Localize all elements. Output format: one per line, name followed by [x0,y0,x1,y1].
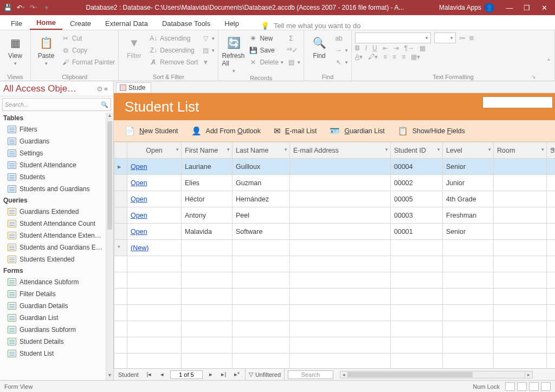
bold-icon[interactable]: B [355,44,360,52]
add-from-outlook-button[interactable]: 👤Add From Outlook [191,126,261,136]
select-all-header[interactable] [114,142,127,159]
open-link-cell[interactable]: Open [127,159,182,175]
table-row[interactable]: OpenAntonyPeel00003Freshman [114,207,556,224]
open-link-cell[interactable]: Open [127,175,182,191]
totals-button[interactable]: Σ [287,32,300,44]
nav-search[interactable]: Search... 🔍 [2,98,111,111]
account-area[interactable]: Malavida Apps 👤 [439,3,494,12]
chevron-down-icon[interactable]: ⊙ « [97,85,110,93]
nav-item[interactable]: Guardian List [0,312,113,324]
tab-external-data[interactable]: External Data [99,17,154,30]
nav-item[interactable]: Guardian Details [0,300,113,312]
column-header[interactable]: Student ID▾ [391,142,443,159]
column-header[interactable]: Open▾ [127,142,182,159]
email-list-button[interactable]: ✉E-mail List [274,126,317,136]
header-search-input[interactable] [482,96,553,108]
align-center-icon[interactable]: ≡ [392,53,396,61]
tab-database-tools[interactable]: Database Tools [156,17,217,30]
row-selector[interactable] [114,175,127,191]
new-record-nav-button[interactable]: ▸* [232,371,242,378]
nav-item[interactable]: Student List [0,348,113,360]
nav-item[interactable]: Attendance Subform [0,276,113,288]
filter-button[interactable]: ▼Filter [122,32,146,60]
font-name-combo[interactable]: ▾ [355,32,431,43]
column-dropdown-icon[interactable]: ▾ [227,147,230,152]
nav-item[interactable]: Students and Guardians E… [0,241,113,253]
nav-item[interactable]: Students and Guardians [0,183,113,195]
tab-file[interactable]: File [4,17,29,30]
column-dropdown-icon[interactable]: ▾ [488,147,491,152]
ascending-button[interactable]: A↓Ascending [149,32,198,44]
new-student-button[interactable]: 📄New Student [125,126,178,136]
row-selector[interactable]: ▸ [114,159,127,175]
column-header[interactable]: Level▾ [443,142,494,159]
advanced-filter-button[interactable]: ▤▾ [201,44,215,56]
font-size-combo[interactable]: ▾ [434,32,456,43]
tell-me-search[interactable]: 💡 Tell me what you want to do [261,22,551,30]
nav-item[interactable]: Student Attendance Exten… [0,230,113,241]
undo-icon[interactable]: ↶▾ [16,3,25,12]
bullets-icon[interactable]: ≔ [459,34,466,42]
scroll-up-icon[interactable]: ▲ [106,113,113,120]
table-row[interactable]: ▸OpenLaurianeGuilloux00004Senior [114,159,556,175]
scroll-thumb[interactable] [107,121,112,230]
highlight-icon[interactable]: 🖍▾ [368,53,378,61]
nav-item[interactable]: Filters [0,123,113,135]
copy-button[interactable]: ⧉Copy [61,44,115,56]
record-position-input[interactable] [170,370,203,379]
design-view-button[interactable] [541,382,551,391]
descending-button[interactable]: Z↓Descending [149,44,198,56]
scroll-down-icon[interactable]: ▼ [106,373,113,380]
tab-help[interactable]: Help [218,17,246,30]
first-record-button[interactable]: |◂ [144,371,154,378]
table-row[interactable]: OpenHéctorHernández000054th Grade [114,191,556,207]
layout-view-button[interactable] [529,382,539,391]
form-view-button[interactable] [505,382,515,391]
column-dropdown-icon[interactable]: ▾ [285,147,287,152]
cut-button[interactable]: ✂Cut [61,32,115,44]
new-record-button[interactable]: ✳New [249,32,283,44]
italic-icon[interactable]: I [365,44,367,52]
delete-record-button[interactable]: ✕Delete▾ [249,56,283,68]
nav-group-forms[interactable]: Forms« [0,265,113,276]
qat-customize-icon[interactable]: ▾ [42,3,51,12]
align-right-icon[interactable]: ≡ [402,53,405,61]
nav-item[interactable]: Guardians Extended [0,206,113,218]
next-record-button[interactable]: ▸ [206,371,216,378]
open-link-cell[interactable]: Open [127,207,182,224]
refresh-all-button[interactable]: 🔄Refresh All▾ [222,32,246,74]
column-header[interactable]: Room▾ [494,142,547,159]
row-selector[interactable]: * [114,240,127,256]
indent-increase-icon[interactable]: ⇥ [393,44,399,52]
ltr-icon[interactable]: ¶→ [404,44,414,52]
paste-button[interactable]: 📋Paste▾ [34,32,58,66]
nav-item[interactable]: Students Extended [0,253,113,265]
nav-item[interactable]: Filter Details [0,288,113,300]
tab-create[interactable]: Create [63,17,98,30]
column-dropdown-icon[interactable]: ▾ [437,147,440,152]
column-dropdown-icon[interactable]: ▾ [552,147,555,152]
column-dropdown-icon[interactable]: ▾ [541,147,544,152]
view-button[interactable]: ▦View▾ [3,32,27,66]
save-record-button[interactable]: 💾Save [249,44,283,56]
nav-item[interactable]: Students [0,171,113,183]
font-color-icon[interactable]: A▾ [355,53,363,61]
row-selector[interactable] [114,224,127,240]
nav-item[interactable]: Student Attendance [0,159,113,171]
remove-sort-button[interactable]: A̸Remove Sort [149,56,198,68]
show-hide-fields-button[interactable]: 📋Show/Hide Fields [398,126,465,136]
spelling-button[interactable]: ᴬᴮ✓ [287,44,300,56]
replace-button[interactable]: ab [334,32,348,44]
recnav-search-input[interactable] [288,370,333,379]
indent-decrease-icon[interactable]: ⇤ [383,44,388,52]
open-link-cell[interactable]: Open [127,191,182,207]
nav-item[interactable]: Guardians [0,135,113,147]
column-dropdown-icon[interactable]: ▾ [385,147,388,152]
goto-button[interactable]: →▾ [334,44,348,56]
column-header[interactable]: First Name▾ [182,142,233,159]
nav-item[interactable]: Settings [0,147,113,159]
toggle-filter-button[interactable]: ▼ [201,56,215,68]
nav-group-tables[interactable]: Tables« [0,113,113,123]
fill-icon[interactable]: ▦ [420,44,425,52]
column-header[interactable]: Sp▾ [547,142,556,159]
